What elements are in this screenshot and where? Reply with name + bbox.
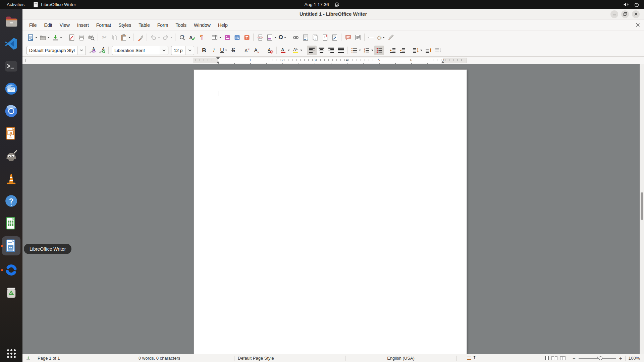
clock-area[interactable]: Aug 1 17:36 <box>305 2 340 7</box>
book-view-button[interactable] <box>560 356 566 360</box>
print-button[interactable] <box>76 33 86 42</box>
dock-item-writer[interactable] <box>0 235 22 257</box>
menu-styles[interactable]: Styles <box>115 21 135 29</box>
menu-format[interactable]: Format <box>93 21 115 29</box>
dock-item-vlc[interactable] <box>0 167 22 190</box>
insert-image-button[interactable] <box>222 33 232 42</box>
clear-formatting-button[interactable]: A <box>265 46 275 55</box>
menu-file[interactable]: File <box>25 21 41 29</box>
dock-item-files[interactable] <box>0 10 22 33</box>
increase-paragraph-spacing-button[interactable] <box>423 46 433 55</box>
document-page[interactable] <box>194 69 467 354</box>
zoom-level[interactable]: 100% <box>626 356 644 361</box>
insert-horizontal-line-button[interactable] <box>366 33 376 42</box>
underline-dropdown[interactable] <box>225 50 227 51</box>
decrease-indent-button[interactable] <box>397 46 407 55</box>
status-selection-mode[interactable]: I <box>457 356 486 361</box>
insert-endnote-button[interactable] <box>310 33 320 42</box>
redo-dropdown[interactable] <box>170 37 172 38</box>
ordered-list-button[interactable]: 123 <box>362 46 374 55</box>
zoom-out-button[interactable]: − <box>573 355 576 361</box>
basic-shapes-button[interactable]: ◇ <box>376 33 386 42</box>
new-document-button[interactable] <box>26 33 38 42</box>
close-button[interactable] <box>632 10 640 18</box>
document-modified-indicator[interactable] <box>22 356 34 361</box>
clone-formatting-button[interactable] <box>135 33 145 42</box>
menu-edit[interactable]: Edit <box>41 21 56 29</box>
menu-window[interactable]: Window <box>190 21 214 29</box>
vertical-scrollbar[interactable] <box>640 64 644 354</box>
single-page-view-button[interactable] <box>545 356 549 360</box>
save-button[interactable] <box>51 33 63 42</box>
ordered-list-dropdown[interactable] <box>371 50 373 51</box>
font-color-button[interactable]: A <box>278 46 291 55</box>
redo-button[interactable] <box>161 33 173 42</box>
menu-form[interactable]: Form <box>154 21 172 29</box>
right-indent-marker[interactable] <box>441 61 444 63</box>
underline-button[interactable]: U <box>219 46 228 55</box>
first-line-indent-marker[interactable] <box>216 57 220 60</box>
insert-bookmark-button[interactable] <box>320 33 330 42</box>
show-draw-functions-button[interactable] <box>386 33 395 42</box>
insert-text-box-button[interactable] <box>242 33 252 42</box>
paste-button[interactable] <box>119 33 131 42</box>
dock-item-impress[interactable] <box>0 122 22 145</box>
font-color-dropdown[interactable] <box>288 50 290 51</box>
insert-comment-button[interactable] <box>343 33 353 42</box>
spelling-button[interactable]: A <box>187 33 197 42</box>
zoom-slider-thumb[interactable] <box>599 356 602 360</box>
dock-item-blue-ring-app[interactable] <box>0 259 22 281</box>
print-preview-button[interactable] <box>86 33 96 42</box>
export-pdf-button[interactable] <box>67 33 76 42</box>
undo-button[interactable] <box>149 33 161 42</box>
italic-button[interactable]: I <box>209 46 219 55</box>
save-dropdown[interactable] <box>60 37 62 38</box>
dock-item-terminal[interactable] <box>0 55 22 77</box>
dock-item-calc[interactable] <box>0 212 22 235</box>
font-size-dropdown[interactable] <box>185 46 194 55</box>
zoom-in-button[interactable]: + <box>619 355 622 361</box>
menu-tools[interactable]: Tools <box>172 21 190 29</box>
decrease-paragraph-spacing-button[interactable] <box>433 46 443 55</box>
special-character-dropdown[interactable] <box>284 37 286 38</box>
undo-dropdown[interactable] <box>158 37 160 38</box>
multi-page-view-button[interactable] <box>551 356 557 360</box>
dock-item-trash[interactable] <box>0 281 22 304</box>
paragraph-style-input[interactable] <box>27 46 77 55</box>
menu-view[interactable]: View <box>56 21 73 29</box>
status-page-number[interactable]: Page 1 of 1 <box>34 356 135 361</box>
font-size-input[interactable] <box>171 46 185 55</box>
new-style-button[interactable]: A <box>97 46 107 55</box>
dock-item-thunderbird[interactable] <box>0 77 22 100</box>
basic-shapes-dropdown[interactable] <box>383 37 385 38</box>
insert-page-break-button[interactable] <box>255 33 265 42</box>
paste-dropdown[interactable] <box>128 37 130 38</box>
font-name-input[interactable] <box>112 46 160 55</box>
line-spacing-button[interactable] <box>411 46 423 55</box>
open-button[interactable] <box>38 33 51 42</box>
insert-chart-button[interactable] <box>232 33 242 42</box>
paragraph-style-combo[interactable] <box>26 46 86 55</box>
no-list-button[interactable] <box>374 46 384 55</box>
insert-field-dropdown[interactable] <box>274 37 276 38</box>
bold-button[interactable]: B <box>199 46 209 55</box>
find-replace-button[interactable] <box>177 33 187 42</box>
dock-item-chromium[interactable] <box>0 100 22 122</box>
dock-item-gimp[interactable] <box>0 145 22 167</box>
new-dropdown[interactable] <box>35 37 37 38</box>
align-right-button[interactable] <box>326 46 336 55</box>
scrollbar-thumb[interactable] <box>641 192 643 220</box>
paragraph-style-dropdown[interactable] <box>77 46 86 55</box>
insert-footnote-button[interactable]: 1 <box>301 33 310 42</box>
show-applications-button[interactable] <box>6 349 16 359</box>
menu-help[interactable]: Help <box>214 21 231 29</box>
insert-table-dropdown[interactable] <box>219 37 221 38</box>
strikethrough-button[interactable]: S <box>228 46 238 55</box>
status-word-count[interactable]: 0 words, 0 characters <box>135 356 234 361</box>
dock-item-help[interactable]: ? <box>0 190 22 212</box>
update-style-button[interactable]: A <box>87 46 97 55</box>
menu-table[interactable]: Table <box>135 21 153 29</box>
cut-button[interactable]: ✂ <box>100 33 109 42</box>
insert-field-button[interactable] <box>265 33 277 42</box>
open-dropdown[interactable] <box>48 37 50 38</box>
